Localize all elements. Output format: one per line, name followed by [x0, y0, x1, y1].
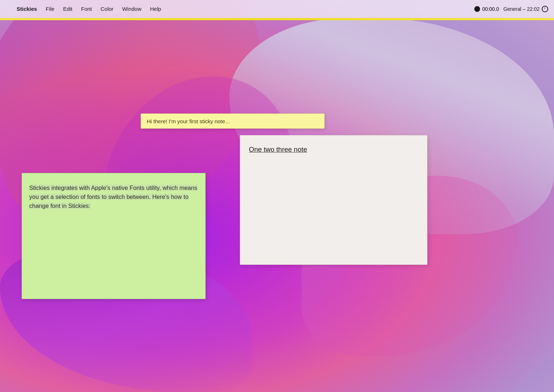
sticky-note-white[interactable]: One two three note [240, 135, 427, 265]
sticky-note-yellow-text: Hi there! I'm your first sticky note… [147, 118, 230, 124]
sticky-note-green-text: Stickies integrates with Apple's native … [29, 183, 198, 210]
general-clock-label: General – 22:02 [504, 6, 540, 12]
help-menu[interactable]: Help [146, 4, 165, 13]
sticky-note-yellow[interactable]: Hi there! I'm your first sticky note… [141, 113, 325, 129]
color-menu[interactable]: Color [97, 4, 117, 13]
menubar: Stickies File Edit Font Color Window Hel… [0, 0, 554, 18]
edit-menu[interactable]: Edit [60, 4, 76, 13]
sticky-note-white-title: One two three note [249, 146, 418, 153]
font-menu[interactable]: Font [78, 4, 96, 13]
record-dot-icon [474, 6, 480, 12]
sticky-note-green[interactable]: Stickies integrates with Apple's native … [22, 173, 206, 299]
menubar-left: Stickies File Edit Font Color Window Hel… [6, 4, 474, 13]
window-menu[interactable]: Window [119, 4, 145, 13]
record-time: 00:00.0 [482, 6, 499, 12]
selected-text: Stickies integrates with Apple's native … [29, 184, 197, 209]
general-clock-item[interactable]: General – 22:02 [504, 6, 548, 12]
file-menu[interactable]: File [42, 4, 58, 13]
yellow-accent-bar [0, 18, 554, 20]
apple-menu[interactable] [6, 8, 12, 10]
app-name-menu[interactable]: Stickies [13, 4, 41, 13]
record-indicator: 00:00.0 [474, 6, 499, 12]
clock-icon [542, 6, 548, 12]
record-inner-icon [476, 8, 479, 10]
menubar-right: 00:00.0 General – 22:02 [474, 6, 548, 12]
